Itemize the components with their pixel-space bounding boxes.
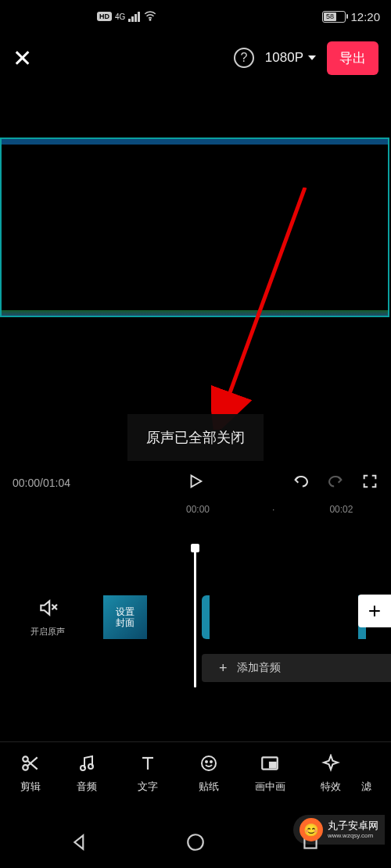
- tool-sticker[interactable]: 贴纸: [178, 752, 239, 794]
- add-clip-button[interactable]: +: [358, 595, 391, 627]
- svg-rect-16: [270, 762, 276, 767]
- tool-text[interactable]: 文字: [117, 752, 178, 794]
- svg-point-17: [188, 834, 203, 850]
- top-bar: ✕ ? 1080P 导出: [0, 33, 391, 83]
- battery-icon: 58: [322, 11, 346, 23]
- wifi-icon: [143, 9, 157, 25]
- timeline-row: 开启原声 设置 封面 +: [0, 590, 391, 645]
- mute-label: 开启原声: [23, 626, 72, 638]
- tool-filter[interactable]: 滤: [361, 752, 389, 794]
- cover-button[interactable]: 设置 封面: [103, 595, 147, 639]
- chevron-down-icon: [308, 55, 316, 60]
- tool-edit[interactable]: 剪辑: [5, 752, 56, 794]
- help-button[interactable]: ?: [234, 48, 254, 68]
- add-audio-label: 添加音频: [237, 661, 281, 675]
- time-display: 00:00/01:04: [13, 477, 70, 489]
- close-button[interactable]: ✕: [13, 45, 32, 72]
- tool-pip[interactable]: 画中画: [239, 752, 300, 794]
- preview-frame: [0, 138, 389, 317]
- resolution-label: 1080P: [265, 50, 303, 66]
- status-bar: HD 4G 58 12:20: [0, 0, 391, 33]
- hd-indicator: HD: [97, 12, 112, 21]
- fullscreen-button[interactable]: [361, 473, 378, 493]
- tool-audio[interactable]: 音频: [56, 752, 117, 794]
- svg-point-4: [23, 756, 28, 762]
- resolution-selector[interactable]: 1080P: [265, 50, 316, 66]
- video-clip[interactable]: [202, 595, 366, 639]
- svg-point-13: [206, 761, 207, 763]
- svg-point-9: [88, 764, 93, 769]
- svg-point-5: [23, 765, 28, 770]
- svg-point-12: [202, 756, 216, 770]
- redo-button[interactable]: [327, 473, 344, 493]
- svg-point-14: [210, 761, 212, 763]
- add-audio-button[interactable]: + 添加音频: [202, 654, 391, 682]
- clock: 12:20: [350, 10, 380, 23]
- play-button[interactable]: [187, 473, 204, 493]
- mute-toggle[interactable]: 开启原声: [23, 598, 72, 638]
- signal-icon: [128, 12, 140, 22]
- svg-point-8: [81, 766, 85, 770]
- undo-button[interactable]: [292, 473, 310, 493]
- status-right: 58 12:20: [322, 10, 380, 23]
- network-indicator: 4G: [115, 13, 125, 21]
- watermark-logo-icon: 😊: [300, 818, 323, 841]
- nav-home[interactable]: [185, 832, 206, 855]
- svg-point-0: [150, 19, 152, 20]
- tool-effects[interactable]: 特效: [300, 752, 361, 794]
- toast-message: 原声已全部关闭: [127, 414, 264, 461]
- watermark: 😊 丸子安卓网 www.wzqsy.com: [293, 815, 385, 845]
- playback-controls: 00:00/01:04: [0, 473, 391, 493]
- status-left: HD 4G: [97, 9, 157, 25]
- toolbar: 剪辑 音频 文字 贴纸 画中画 特效 滤: [0, 741, 391, 802]
- video-preview[interactable]: [0, 138, 391, 317]
- nav-back[interactable]: [70, 832, 91, 855]
- plus-icon: +: [219, 660, 228, 677]
- timeline-ruler[interactable]: 00:00 · 00:02: [0, 504, 391, 515]
- export-button[interactable]: 导出: [327, 41, 378, 75]
